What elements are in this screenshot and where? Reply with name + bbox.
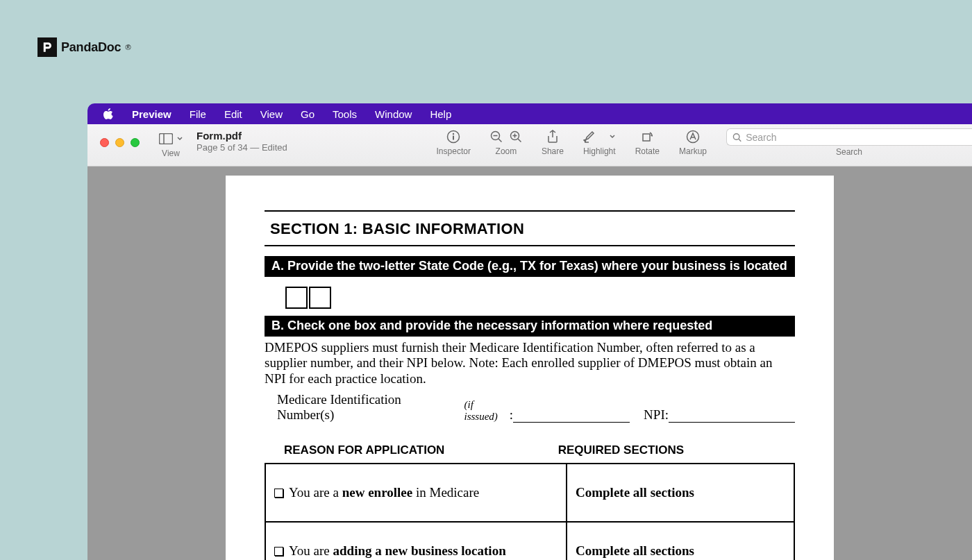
svg-rect-12 <box>643 134 650 141</box>
section-title: SECTION 1: BASIC INFORMATION <box>270 220 795 238</box>
svg-rect-0 <box>160 134 173 144</box>
section-b-header: B. Check one box and provide the necessa… <box>265 316 795 337</box>
zoom-out-icon[interactable] <box>490 130 503 143</box>
menu-bar: Preview File Edit View Go Tools Window H… <box>87 103 972 124</box>
table-row: You are a new enrollee in Medicare Compl… <box>266 464 794 523</box>
minimize-button[interactable] <box>115 138 124 147</box>
svg-line-6 <box>498 139 502 142</box>
id-fields: Medicare Identification Number(s) (if is… <box>265 392 795 423</box>
view-tool[interactable]: View <box>159 128 183 158</box>
close-button[interactable] <box>100 138 109 147</box>
divider <box>265 210 795 212</box>
zoom-label: Zoom <box>496 146 517 156</box>
highlight-tool[interactable]: Highlight <box>583 128 616 156</box>
rotate-tool[interactable]: Rotate <box>635 128 660 156</box>
share-tool[interactable]: Share <box>542 128 564 156</box>
markup-tool[interactable]: Markup <box>679 128 707 156</box>
svg-point-3 <box>453 133 454 135</box>
info-icon <box>446 130 460 144</box>
checkbox-adding-location[interactable] <box>274 547 283 556</box>
col-required: REQUIRED SECTIONS <box>558 443 684 457</box>
required-cell: Complete all sections <box>567 464 794 521</box>
npi-input[interactable] <box>669 411 795 423</box>
document-area[interactable]: SECTION 1: BASIC INFORMATION A. Provide … <box>87 167 972 560</box>
menu-edit[interactable]: Edit <box>215 108 251 120</box>
file-status: Page 5 of 34 — Edited <box>196 142 287 153</box>
reason-cell: You are a new enrollee in Medicare <box>266 464 567 521</box>
required-cell: Complete all sections <box>567 523 794 560</box>
search-box[interactable] <box>726 128 972 146</box>
section-b-body: DMEPOS suppliers must furnish their Medi… <box>265 340 795 387</box>
menu-window[interactable]: Window <box>366 108 421 120</box>
state-code-char-1[interactable] <box>285 287 308 309</box>
menu-view[interactable]: View <box>251 108 292 120</box>
toolbar: View Form.pdf Page 5 of 34 — Edited Insp… <box>87 124 972 167</box>
brand-name: PandaDoc <box>61 40 121 55</box>
zoom-in-icon[interactable] <box>510 130 522 143</box>
markup-label: Markup <box>679 146 707 156</box>
section-a-header: A. Provide the two-letter State Code (e.… <box>265 256 795 277</box>
mid-label: Medicare Identification Number(s) <box>277 392 462 423</box>
file-info: Form.pdf Page 5 of 34 — Edited <box>196 128 287 153</box>
menu-help[interactable]: Help <box>421 108 460 120</box>
share-icon <box>547 130 558 144</box>
inspector-tool[interactable]: Inspector <box>437 128 471 156</box>
zoom-tool[interactable]: Zoom <box>490 128 522 156</box>
share-label: Share <box>542 146 564 156</box>
maximize-button[interactable] <box>131 138 140 147</box>
menu-app[interactable]: Preview <box>123 108 181 120</box>
search-tool: Search <box>726 128 972 157</box>
preview-window: Preview File Edit View Go Tools Window H… <box>87 103 972 560</box>
mid-input[interactable] <box>513 411 630 423</box>
view-label: View <box>162 149 180 158</box>
chevron-down-icon <box>610 135 615 139</box>
svg-point-14 <box>733 133 739 139</box>
markup-icon <box>686 130 700 144</box>
search-input[interactable] <box>746 132 966 143</box>
highlight-icon <box>583 130 596 144</box>
search-icon <box>732 133 741 142</box>
pandadoc-icon <box>37 37 57 57</box>
col-reason: REASON FOR APPLICATION <box>284 443 444 457</box>
application-table: You are a new enrollee in Medicare Compl… <box>265 463 795 560</box>
reason-cell: You are adding a new business location <box>266 523 567 560</box>
menu-go[interactable]: Go <box>292 108 324 120</box>
mid-note: (if isssued) <box>464 399 510 423</box>
menu-tools[interactable]: Tools <box>324 108 366 120</box>
npi-label: NPI: <box>644 407 669 423</box>
state-code-input[interactable] <box>285 287 795 309</box>
inspector-label: Inspector <box>437 146 471 156</box>
file-name: Form.pdf <box>196 130 287 142</box>
chevron-down-icon <box>177 137 183 141</box>
divider <box>265 245 795 246</box>
pandadoc-logo: PandaDoc® <box>37 37 131 57</box>
row-text: You are adding a new business location <box>289 543 506 559</box>
state-code-char-2[interactable] <box>309 287 331 309</box>
svg-line-15 <box>739 139 741 141</box>
table-row: You are adding a new business location C… <box>266 523 794 560</box>
pdf-page: SECTION 1: BASIC INFORMATION A. Provide … <box>226 176 834 560</box>
rotate-icon <box>641 130 653 143</box>
highlight-label: Highlight <box>583 146 616 156</box>
table-headers: REASON FOR APPLICATION REQUIRED SECTIONS <box>265 443 795 457</box>
search-label: Search <box>836 147 862 157</box>
checkbox-new-enrollee[interactable] <box>274 489 283 498</box>
row-text: You are a new enrollee in Medicare <box>289 485 479 500</box>
apple-icon[interactable] <box>103 108 123 120</box>
sidebar-dropdown-icon[interactable] <box>159 133 183 144</box>
menu-file[interactable]: File <box>181 108 215 120</box>
svg-rect-4 <box>453 136 454 140</box>
svg-line-9 <box>518 139 521 142</box>
rotate-label: Rotate <box>635 146 660 156</box>
traffic-lights <box>87 128 140 147</box>
